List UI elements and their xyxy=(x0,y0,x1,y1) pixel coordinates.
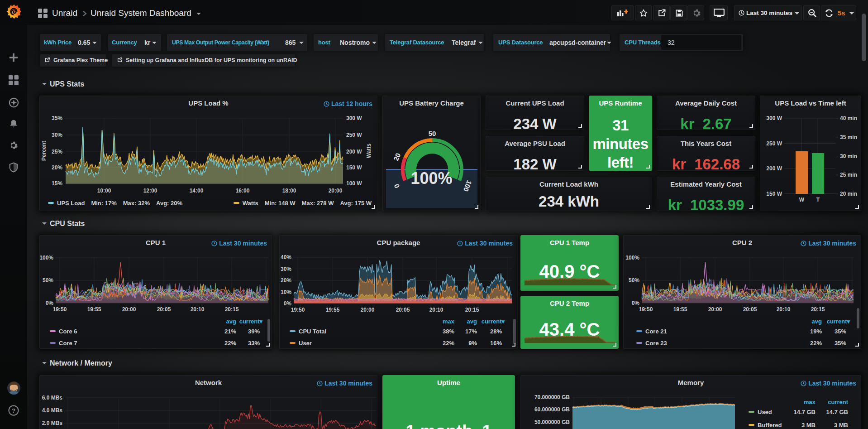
svg-text:0%: 0% xyxy=(46,300,54,306)
svg-text:35%: 35% xyxy=(52,115,62,121)
svg-text:50.000000 GB: 50.000000 GB xyxy=(534,419,570,425)
svg-text:16:00: 16:00 xyxy=(236,188,250,194)
svg-text:10:00: 10:00 xyxy=(97,188,111,194)
svg-text:50%: 50% xyxy=(629,277,639,284)
svg-text:15%: 15% xyxy=(52,180,62,187)
svg-text:30 min: 30 min xyxy=(840,153,857,159)
svg-text:19:50: 19:50 xyxy=(53,306,67,313)
svg-text:20:00: 20:00 xyxy=(329,188,343,194)
svg-text:4.0 MBs: 4.0 MBs xyxy=(42,407,63,414)
svg-text:25 min: 25 min xyxy=(840,172,857,178)
svg-text:100%: 100% xyxy=(40,255,53,261)
svg-text:0%: 0% xyxy=(632,300,640,306)
svg-text:250 W: 250 W xyxy=(766,140,782,147)
svg-text:300 W: 300 W xyxy=(346,115,362,121)
svg-text:20:00: 20:00 xyxy=(122,306,136,313)
svg-text:19:55: 19:55 xyxy=(87,306,101,313)
svg-text:40 min: 40 min xyxy=(840,115,857,121)
svg-text:6.0 MBs: 6.0 MBs xyxy=(42,395,63,401)
svg-text:18:00: 18:00 xyxy=(282,188,296,194)
svg-text:20:05: 20:05 xyxy=(396,307,410,313)
svg-text:Percent: Percent xyxy=(41,141,47,161)
svg-text:19:50: 19:50 xyxy=(291,307,305,313)
svg-text:100 W: 100 W xyxy=(346,180,362,187)
svg-text:2.0 MBs: 2.0 MBs xyxy=(42,420,63,426)
svg-text:150 W: 150 W xyxy=(346,164,362,171)
svg-text:20:00: 20:00 xyxy=(708,306,722,313)
svg-text:12:00: 12:00 xyxy=(143,188,157,194)
svg-text:20:15: 20:15 xyxy=(465,307,479,313)
svg-text:20:15: 20:15 xyxy=(811,306,825,313)
svg-text:20:00: 20:00 xyxy=(361,307,375,313)
svg-text:20:05: 20:05 xyxy=(157,306,171,313)
svg-text:19:50: 19:50 xyxy=(639,306,653,313)
svg-text:14:00: 14:00 xyxy=(190,188,204,194)
svg-text:19:55: 19:55 xyxy=(326,307,340,313)
svg-text:20:15: 20:15 xyxy=(225,306,239,313)
svg-text:250 W: 250 W xyxy=(346,132,362,138)
svg-text:60.000000 GB: 60.000000 GB xyxy=(534,406,570,413)
svg-text:40%: 40% xyxy=(281,254,291,260)
svg-text:19:55: 19:55 xyxy=(673,306,687,313)
svg-text:20:10: 20:10 xyxy=(191,306,205,313)
svg-text:50: 50 xyxy=(429,130,436,137)
svg-text:20:05: 20:05 xyxy=(743,306,757,313)
svg-text:70.000000 GB: 70.000000 GB xyxy=(534,394,570,400)
svg-text:25%: 25% xyxy=(52,149,62,155)
svg-text:20: 20 xyxy=(392,152,402,162)
svg-text:150 W: 150 W xyxy=(766,191,782,197)
svg-text:30%: 30% xyxy=(52,132,62,138)
svg-text:30%: 30% xyxy=(281,266,291,272)
svg-text:100%: 100% xyxy=(625,255,639,261)
svg-text:Watts: Watts xyxy=(366,144,372,159)
svg-text:200 W: 200 W xyxy=(346,149,362,155)
svg-text:?: ? xyxy=(12,407,15,414)
svg-text:300 W: 300 W xyxy=(766,115,782,121)
svg-text:20%: 20% xyxy=(281,277,291,284)
svg-text:20 min: 20 min xyxy=(840,191,857,197)
svg-text:0%: 0% xyxy=(284,300,292,307)
svg-text:50%: 50% xyxy=(43,277,53,284)
svg-text:35 min: 35 min xyxy=(840,134,857,140)
svg-text:10%: 10% xyxy=(281,289,291,295)
svg-text:20:10: 20:10 xyxy=(777,306,791,313)
svg-text:200 W: 200 W xyxy=(766,165,782,172)
svg-text:W: W xyxy=(799,197,805,203)
svg-text:20%: 20% xyxy=(52,164,62,171)
svg-text:20:10: 20:10 xyxy=(429,307,444,313)
svg-text:T: T xyxy=(816,197,820,203)
